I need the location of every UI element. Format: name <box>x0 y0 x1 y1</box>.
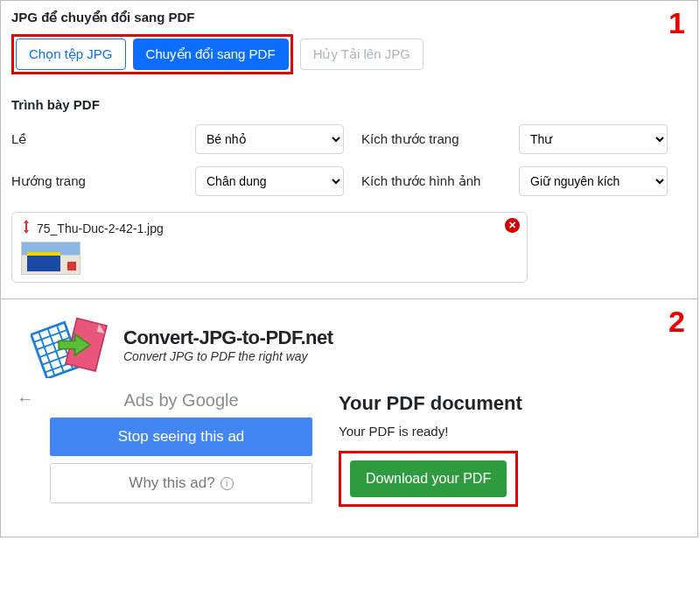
file-thumbnail <box>21 242 80 275</box>
choose-jpg-button[interactable]: Chọn tệp JPG <box>16 39 126 70</box>
result-ready-text: Your PDF is ready! <box>339 424 687 439</box>
file-name: 75_Thu-Duc-2-42-1.jpg <box>37 221 164 235</box>
orientation-select[interactable]: Chân dung <box>195 166 344 196</box>
download-pdf-button[interactable]: Download your PDF <box>350 460 507 497</box>
image-size-label: Kích thước hình ảnh <box>344 173 519 189</box>
upload-panel: 1 JPG để chuyển đổi sang PDF Chọn tệp JP… <box>1 1 697 299</box>
result-panel: 2 <box>1 299 697 537</box>
highlight-box-buttons: Chọn tệp JPG Chuyển đổi sang PDF <box>11 34 293 74</box>
ads-by-google-label: Ads by Google <box>50 390 312 411</box>
drag-handle-icon[interactable] <box>21 220 32 236</box>
convert-to-pdf-button[interactable]: Chuyển đổi sang PDF <box>133 39 289 70</box>
why-this-ad-label: Why this ad? <box>129 474 214 492</box>
page-size-label: Kích thước trang <box>344 131 519 147</box>
why-this-ad-button[interactable]: Why this ad? i <box>50 463 312 503</box>
page-size-select[interactable]: Thư <box>519 124 668 154</box>
orientation-label: Hướng trang <box>11 173 195 189</box>
stop-seeing-ad-button[interactable]: Stop seeing this ad <box>50 418 312 456</box>
layout-heading: Trình bày PDF <box>11 97 687 112</box>
remove-file-icon[interactable]: ✕ <box>505 218 520 233</box>
image-size-select[interactable]: Giữ nguyên kích <box>519 166 668 196</box>
ad-box: Ads by Google Stop seeing this ad Why th… <box>50 387 312 507</box>
brand-subtitle: Convert JPG to PDF the right way <box>123 349 333 363</box>
brand-title: Convert-JPG-to-PDF.net <box>123 327 333 349</box>
back-arrow-icon[interactable]: ← <box>17 389 34 507</box>
margin-label: Lề <box>11 131 195 147</box>
file-card: 75_Thu-Duc-2-42-1.jpg ✕ <box>11 212 528 283</box>
step-number-2: 2 <box>668 305 685 339</box>
cancel-upload-button: Hủy Tải lên JPG <box>300 39 424 70</box>
result-title: Your PDF document <box>339 392 687 415</box>
margin-select[interactable]: Bé nhỏ <box>195 124 344 154</box>
upload-heading: JPG để chuyển đổi sang PDF <box>11 10 687 25</box>
brand-logo-icon <box>31 312 111 378</box>
info-icon: i <box>220 477 234 490</box>
step-number-1: 1 <box>668 6 685 40</box>
highlight-box-download: Download your PDF <box>339 451 518 507</box>
